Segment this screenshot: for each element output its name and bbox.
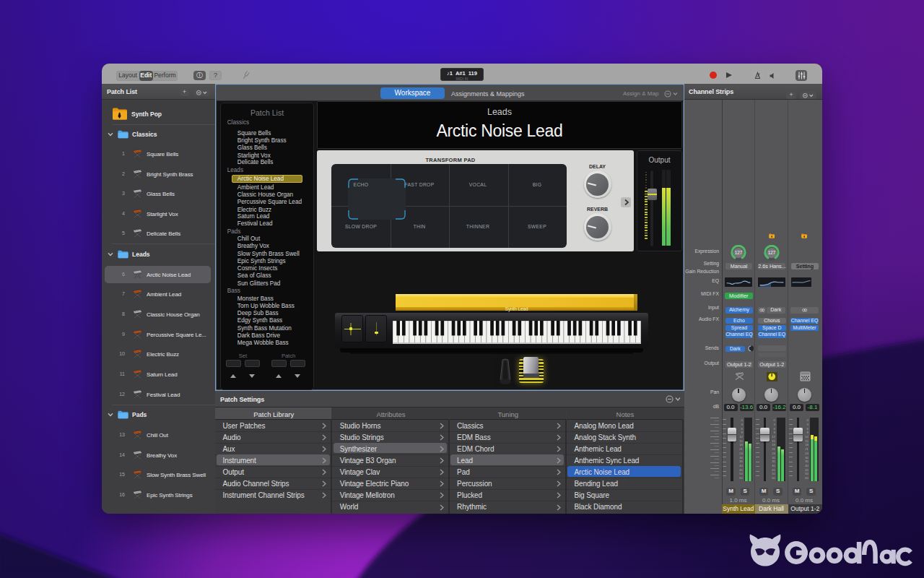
- svg-text:127: 127: [735, 251, 743, 256]
- svg-text:127: 127: [767, 251, 775, 256]
